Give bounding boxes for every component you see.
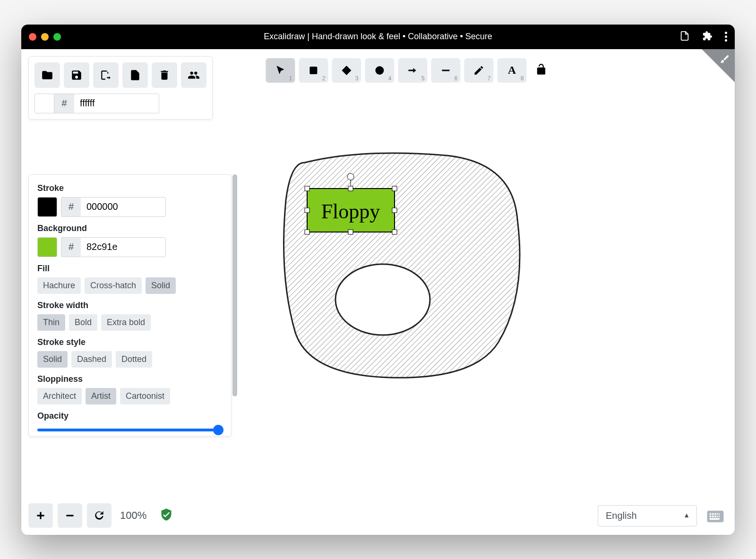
collaborate-button[interactable] — [181, 62, 206, 88]
clear-button[interactable] — [152, 62, 177, 88]
background-heading: Background — [37, 224, 223, 233]
tool-num: 2 — [322, 75, 326, 82]
minimize-window-button[interactable] — [41, 33, 49, 41]
opacity-slider[interactable] — [37, 425, 223, 434]
language-select[interactable]: English — [598, 505, 697, 526]
lock-button[interactable] — [535, 63, 547, 77]
app-window: Excalidraw | Hand-drawn look & feel • Co… — [21, 25, 735, 535]
canvas-bg-row: # — [34, 94, 206, 113]
zoom-in-button[interactable] — [28, 503, 53, 528]
sloppiness-cartoonist[interactable]: Cartoonist — [120, 388, 170, 404]
zoom-value: 100% — [120, 509, 146, 522]
traffic-lights — [29, 33, 61, 41]
app-body: # Stroke # Background # Fill Hachure Cro… — [21, 49, 735, 535]
hash-label: # — [61, 197, 81, 217]
canvas-bg-swatch[interactable] — [34, 94, 54, 113]
svg-point-1 — [375, 66, 384, 75]
tool-line[interactable]: 6 — [431, 58, 460, 83]
tool-selection[interactable]: 1 — [266, 58, 295, 83]
sloppiness-options: Architect Artist Cartoonist — [37, 388, 223, 404]
svg-rect-13 — [348, 230, 353, 234]
zoom-reset-button[interactable] — [87, 503, 112, 528]
maximize-window-button[interactable] — [53, 33, 61, 41]
paint-icon — [720, 54, 730, 66]
open-button[interactable] — [34, 62, 60, 88]
stroke-style-solid[interactable]: Solid — [37, 351, 68, 368]
close-window-button[interactable] — [29, 33, 36, 41]
hash-label: # — [61, 237, 81, 257]
svg-rect-10 — [305, 208, 309, 213]
svg-rect-12 — [305, 230, 309, 234]
tool-text[interactable]: A 8 — [497, 58, 526, 83]
tool-num: 1 — [289, 75, 292, 82]
stroke-style-heading: Stroke style — [37, 337, 223, 347]
canvas[interactable]: Floppy — [276, 144, 541, 410]
hash-label: # — [54, 94, 74, 113]
tool-diamond[interactable]: 3 — [332, 58, 361, 83]
export-button[interactable] — [122, 62, 148, 88]
language-value: English — [606, 510, 637, 521]
tool-ellipse[interactable]: 4 — [365, 58, 394, 83]
fill-options: Hachure Cross-hatch Solid — [37, 277, 223, 294]
tool-num: 3 — [355, 75, 359, 82]
canvas-bg-input[interactable] — [74, 94, 159, 113]
properties-panel: Stroke # Background # Fill Hachure Cross… — [28, 174, 232, 437]
stroke-width-extra-bold[interactable]: Extra bold — [101, 314, 151, 331]
stroke-heading: Stroke — [37, 183, 223, 193]
svg-point-5 — [335, 264, 430, 335]
zoom-out-button[interactable] — [58, 503, 82, 528]
tool-rectangle[interactable]: 2 — [299, 58, 328, 83]
keyboard-icon[interactable] — [705, 507, 725, 526]
svg-rect-7 — [305, 186, 309, 191]
properties-scrollbar[interactable] — [232, 174, 237, 396]
shape-text: Floppy — [321, 200, 380, 223]
zoom-panel: 100% — [28, 503, 173, 528]
tool-draw[interactable]: 7 — [464, 58, 493, 83]
background-swatch[interactable] — [37, 237, 57, 257]
stroke-style-dashed[interactable]: Dashed — [71, 351, 112, 368]
tool-num: 8 — [521, 75, 524, 82]
fill-heading: Fill — [37, 264, 223, 274]
background-color-input[interactable] — [81, 237, 166, 257]
sloppiness-heading: Sloppiness — [37, 374, 223, 384]
stroke-color-input[interactable] — [81, 197, 166, 217]
svg-rect-8 — [348, 186, 353, 191]
save-button[interactable] — [64, 62, 89, 88]
stroke-width-thin[interactable]: Thin — [37, 314, 65, 331]
more-menu-icon[interactable] — [725, 32, 727, 42]
fill-cross-hatch[interactable]: Cross-hatch — [85, 277, 142, 294]
encrypted-icon — [160, 508, 173, 523]
sloppiness-architect[interactable]: Architect — [37, 388, 82, 404]
titlebar-actions — [679, 31, 727, 43]
svg-rect-11 — [392, 208, 397, 213]
titlebar: Excalidraw | Hand-drawn look & feel • Co… — [21, 25, 735, 49]
svg-rect-14 — [392, 230, 397, 234]
stroke-width-options: Thin Bold Extra bold — [37, 314, 223, 331]
tool-arrow[interactable]: 5 — [398, 58, 427, 83]
stroke-swatch[interactable] — [37, 197, 57, 217]
stroke-width-heading: Stroke width — [37, 301, 223, 310]
tool-num: 5 — [421, 75, 425, 82]
shape-toolbar: 1 2 3 4 5 6 7 — [264, 56, 549, 85]
svg-point-15 — [347, 173, 354, 180]
stroke-style-options: Solid Dashed Dotted — [37, 351, 223, 368]
tool-num: 4 — [388, 75, 392, 82]
stroke-style-dotted[interactable]: Dotted — [116, 351, 152, 368]
sloppiness-artist[interactable]: Artist — [86, 388, 116, 404]
tool-num: 7 — [488, 75, 491, 82]
tool-num: 6 — [455, 75, 458, 82]
svg-rect-0 — [309, 67, 317, 74]
save-as-button[interactable] — [93, 62, 119, 88]
extension-icon[interactable] — [702, 31, 713, 43]
opacity-heading: Opacity — [37, 411, 223, 421]
file-ops-panel: # — [28, 56, 213, 120]
fill-hachure[interactable]: Hachure — [37, 277, 81, 294]
window-title: Excalidraw | Hand-drawn look & feel • Co… — [264, 32, 492, 42]
svg-rect-9 — [392, 186, 397, 191]
stroke-width-bold[interactable]: Bold — [69, 314, 97, 331]
library-icon[interactable] — [679, 31, 690, 43]
fill-solid[interactable]: Solid — [146, 277, 176, 294]
